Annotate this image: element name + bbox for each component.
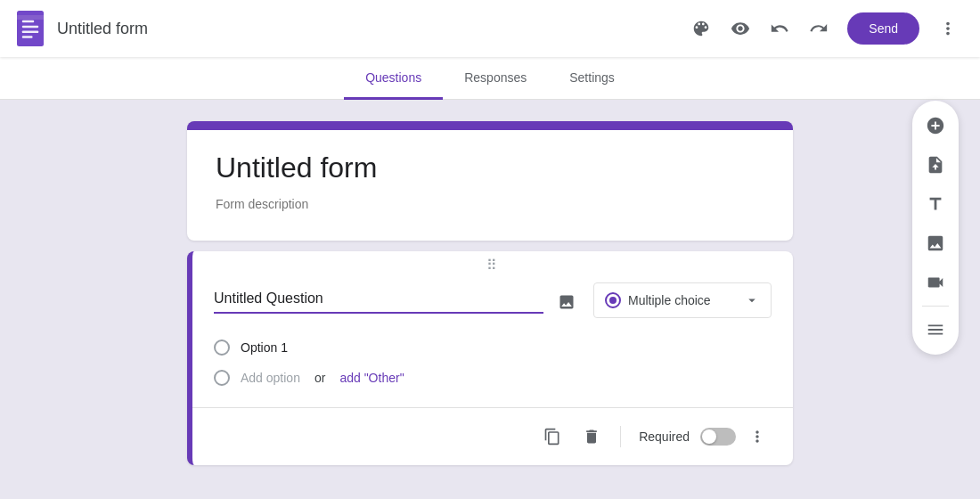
add-title-sidebar-btn[interactable] [918, 186, 953, 222]
form-container: ⠿ Multiple choice [187, 121, 793, 477]
tab-questions[interactable]: Questions [344, 58, 443, 100]
option-row-1: Option 1 [214, 332, 772, 363]
tab-settings[interactable]: Settings [548, 58, 636, 100]
svg-rect-2 [22, 26, 38, 29]
redo-icon-btn[interactable] [801, 11, 837, 46]
toggle-knob [702, 429, 716, 444]
form-description-input[interactable] [216, 197, 764, 216]
add-option-row: Add option or add "Other" [214, 363, 772, 393]
eye-icon [731, 19, 750, 38]
question-input-wrap [214, 286, 583, 318]
main-content: ⠿ Multiple choice [0, 100, 980, 498]
title-icon [926, 194, 945, 214]
form-title-input[interactable] [216, 151, 764, 190]
add-image-sidebar-btn[interactable] [918, 225, 953, 261]
import-questions-sidebar-btn[interactable] [918, 147, 953, 183]
add-option-btn[interactable]: Add option [241, 371, 300, 385]
header-logo: Untitled form [14, 11, 683, 46]
required-toggle-wrap[interactable] [700, 428, 736, 446]
section-icon [926, 320, 945, 339]
radio-dot [609, 297, 617, 304]
card-bottom-bar: Required [192, 407, 793, 465]
preview-icon-btn[interactable] [723, 11, 758, 46]
svg-rect-3 [22, 31, 38, 34]
header: Untitled form Send [0, 0, 980, 57]
svg-rect-1 [22, 20, 34, 23]
question-row: Multiple choice [192, 275, 793, 332]
tabs-bar: Questions Responses Settings [0, 57, 980, 100]
required-label: Required [639, 429, 690, 444]
options-area: Option 1 Add option or add "Other" [192, 332, 793, 407]
undo-icon-btn[interactable] [762, 11, 797, 46]
required-toggle[interactable] [700, 428, 736, 446]
question-type-label: Multiple choice [628, 293, 737, 307]
option-1-label: Option 1 [241, 340, 288, 355]
forms-logo-icon [14, 11, 46, 46]
question-card: ⠿ Multiple choice [187, 251, 793, 465]
delete-question-btn[interactable] [574, 419, 609, 454]
add-question-sidebar-btn[interactable] [918, 108, 953, 143]
add-section-sidebar-btn[interactable] [918, 312, 953, 348]
undo-icon [770, 19, 789, 38]
or-text: or [314, 371, 325, 385]
add-circle-icon [926, 116, 945, 135]
file-import-icon [926, 155, 945, 175]
delete-icon [583, 428, 600, 446]
right-sidebar [912, 101, 959, 355]
option-radio-1 [214, 339, 230, 356]
image-sidebar-icon [926, 233, 945, 253]
copy-icon [543, 428, 561, 446]
add-video-sidebar-btn[interactable] [918, 265, 953, 300]
svg-rect-4 [22, 36, 33, 38]
header-title: Untitled form [57, 20, 148, 38]
tab-responses[interactable]: Responses [443, 58, 548, 100]
drag-handle[interactable]: ⠿ [192, 251, 793, 275]
add-option-radio [214, 370, 230, 386]
question-type-selector[interactable]: Multiple choice [593, 282, 772, 318]
header-actions: Send [683, 11, 966, 46]
radio-type-icon [605, 292, 621, 308]
more-options-icon-btn[interactable] [930, 11, 966, 46]
more-vert-icon-2 [748, 428, 766, 446]
svg-rect-5 [17, 15, 44, 20]
add-image-to-question-btn[interactable] [551, 286, 583, 318]
form-header-card [187, 121, 793, 241]
chevron-down-icon [744, 292, 760, 308]
duplicate-question-btn[interactable] [535, 419, 570, 454]
redo-icon [809, 19, 829, 38]
customize-icon-btn[interactable] [683, 11, 719, 46]
question-title-input[interactable] [214, 290, 543, 314]
sidebar-divider [922, 306, 949, 307]
question-more-options-btn[interactable] [739, 419, 775, 454]
video-icon [926, 273, 945, 292]
bottom-divider [620, 426, 621, 447]
add-other-link[interactable]: add "Other" [339, 371, 404, 385]
image-icon [558, 293, 576, 311]
send-button[interactable]: Send [847, 12, 919, 45]
palette-icon [691, 19, 711, 38]
more-vert-icon [938, 19, 958, 38]
